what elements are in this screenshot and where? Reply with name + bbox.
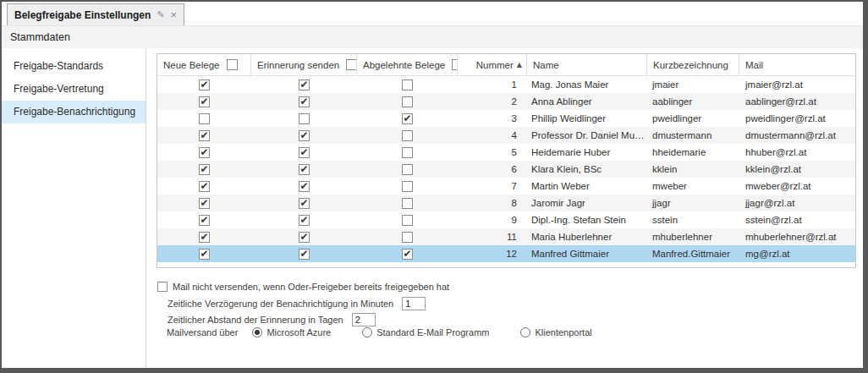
table-cell bbox=[251, 164, 357, 175]
erinnerung-senden-checkbox[interactable] bbox=[299, 215, 310, 226]
select-all-erinnerung-senden-checkbox[interactable] bbox=[346, 59, 357, 70]
sidebar-item-freigabe-standards[interactable]: Freigabe-Standards bbox=[2, 55, 146, 78]
neue-belege-checkbox[interactable] bbox=[199, 96, 210, 107]
table-row[interactable]: 3Phillip Weidlingerpweidlingerpweidlinge… bbox=[157, 110, 855, 127]
table-cell bbox=[157, 215, 251, 226]
column-header-neue-belege[interactable]: Neue Belege bbox=[157, 54, 251, 75]
erinnerung-senden-checkbox[interactable] bbox=[299, 113, 310, 124]
cell-name: Anna Ablinger bbox=[527, 96, 647, 107]
table-cell bbox=[251, 215, 357, 226]
erinnerung-senden-checkbox[interactable] bbox=[299, 181, 310, 192]
column-header-nummer[interactable]: Nummer ▲ bbox=[458, 54, 527, 75]
cell-kurzbezeichnung: sstein bbox=[647, 215, 739, 225]
column-header-mail[interactable]: Mail bbox=[739, 54, 855, 75]
cell-kurzbezeichnung: kklein bbox=[647, 164, 739, 174]
abgelehnte-belege-checkbox[interactable] bbox=[402, 147, 413, 158]
cell-nummer: 7 bbox=[458, 181, 527, 191]
table-row[interactable]: 2Anna Ablingeraablingeraablinger@rzl.at bbox=[157, 93, 855, 110]
neue-belege-checkbox[interactable] bbox=[199, 130, 210, 141]
mail-dispatch-option-microsoft-azure[interactable]: Microsoft Azure bbox=[252, 327, 345, 337]
table-row[interactable]: 4Professor Dr. Daniel Muste...dmusterman… bbox=[157, 127, 855, 144]
column-header-kurzbezeichnung[interactable]: Kurzbezeichnung bbox=[647, 54, 739, 75]
sidebar-item-freigabe-vertretung[interactable]: Freigabe-Vertretung bbox=[2, 78, 146, 101]
neue-belege-checkbox[interactable] bbox=[199, 147, 210, 158]
cell-name: Heidemarie Huber bbox=[527, 147, 647, 157]
table-row[interactable]: 12Manfred GittmaierManfred.Gittmaiermg@r… bbox=[157, 245, 855, 262]
erinnerung-senden-checkbox[interactable] bbox=[299, 232, 310, 243]
table-row[interactable]: 7Martin Webermwebermweber@rzl.at bbox=[157, 178, 855, 195]
cell-nummer: 2 bbox=[458, 96, 527, 107]
sidebar-item-freigabe-benachrichtigung[interactable]: Freigabe-Benachrichtigung bbox=[2, 101, 146, 123]
cell-nummer: 9 bbox=[458, 215, 527, 225]
cell-kurzbezeichnung: mweber bbox=[647, 181, 739, 191]
erinnerung-senden-checkbox[interactable] bbox=[299, 147, 310, 158]
neue-belege-checkbox[interactable] bbox=[199, 181, 210, 192]
sidebar-divider bbox=[146, 48, 146, 368]
erinnerung-senden-checkbox[interactable] bbox=[299, 164, 310, 175]
neue-belege-checkbox[interactable] bbox=[199, 232, 210, 243]
tab-close-icon[interactable]: × bbox=[171, 9, 178, 20]
select-all-abgelehnte-belege-checkbox[interactable] bbox=[452, 59, 458, 70]
cell-kurzbezeichnung: Manfred.Gittmaier bbox=[647, 249, 739, 259]
abgelehnte-belege-checkbox[interactable] bbox=[402, 130, 413, 141]
cell-mail: dmustermann@rzl.at bbox=[739, 130, 855, 140]
tab-belegfreigabe-einstellungen[interactable]: Belegfreigabe Einstellungen ✎ × bbox=[7, 3, 184, 25]
cell-kurzbezeichnung: dmustermann bbox=[647, 130, 739, 140]
neue-belege-checkbox[interactable] bbox=[199, 80, 210, 91]
erinnerung-senden-checkbox[interactable] bbox=[299, 96, 310, 107]
table-row[interactable]: 8Jaromir Jagrjjagrjjagr@rzl.at bbox=[157, 195, 855, 211]
neue-belege-checkbox[interactable] bbox=[199, 249, 210, 260]
table-row[interactable]: 6Klara Klein, BSckkleinkklein@rzl.at bbox=[157, 161, 855, 178]
radio-button[interactable] bbox=[252, 327, 262, 337]
table-cell bbox=[157, 249, 251, 260]
abgelehnte-belege-checkbox[interactable] bbox=[402, 198, 413, 209]
abgelehnte-belege-checkbox[interactable] bbox=[402, 80, 413, 91]
column-header-erinnerung-senden[interactable]: Erinnerung senden bbox=[251, 54, 357, 75]
table-row[interactable]: 11Maria Huberlehnermhuberlehnermhuberleh… bbox=[157, 228, 855, 245]
mail-dispatch-option-standard-e-mail-programm[interactable]: Standard E-Mail Programm bbox=[362, 327, 503, 337]
neue-belege-checkbox[interactable] bbox=[199, 113, 210, 124]
suppress-mail-label: Mail nicht versenden, wenn Oder-Freigebe… bbox=[173, 282, 449, 292]
abgelehnte-belege-checkbox[interactable] bbox=[402, 96, 413, 107]
column-header-name[interactable]: Name bbox=[527, 54, 647, 75]
select-all-neue-belege-checkbox[interactable] bbox=[227, 59, 238, 70]
radio-button[interactable] bbox=[520, 327, 530, 337]
erinnerung-senden-checkbox[interactable] bbox=[299, 249, 310, 260]
abgelehnte-belege-checkbox[interactable] bbox=[402, 249, 413, 260]
cell-nummer: 5 bbox=[458, 147, 527, 157]
erinnerung-senden-checkbox[interactable] bbox=[299, 130, 310, 141]
radio-button[interactable] bbox=[362, 327, 372, 337]
app-window: Belegfreigabe Einstellungen ✎ × Stammdat… bbox=[0, 0, 868, 373]
neue-belege-checkbox[interactable] bbox=[199, 215, 210, 226]
table-row[interactable]: 5Heidemarie Huberhheidemariehhuber@rzl.a… bbox=[157, 144, 855, 161]
abgelehnte-belege-checkbox[interactable] bbox=[402, 232, 413, 243]
neue-belege-checkbox[interactable] bbox=[199, 198, 210, 209]
abgelehnte-belege-checkbox[interactable] bbox=[402, 113, 413, 124]
radio-label: Standard E-Mail Programm bbox=[376, 327, 489, 337]
cell-kurzbezeichnung: jmaier bbox=[647, 80, 739, 90]
table-row[interactable]: 1Mag. Jonas Maierjmaierjmaier@rzl.at bbox=[157, 76, 855, 93]
sidebar: Freigabe-StandardsFreigabe-VertretungFre… bbox=[2, 48, 146, 368]
cell-name: Dipl.-Ing. Stefan Stein bbox=[527, 215, 647, 225]
table-cell bbox=[357, 215, 458, 226]
menu-item-stammdaten[interactable]: Stammdaten bbox=[10, 31, 70, 43]
cell-kurzbezeichnung: aablinger bbox=[647, 96, 739, 107]
abgelehnte-belege-checkbox[interactable] bbox=[402, 164, 413, 175]
cell-nummer: 4 bbox=[458, 130, 527, 140]
notification-delay-input[interactable] bbox=[402, 297, 426, 310]
suppress-mail-checkbox[interactable] bbox=[157, 282, 168, 292]
column-header-abgelehnte-belege[interactable]: Abgelehnte Belege bbox=[357, 54, 458, 75]
table-row[interactable]: 9Dipl.-Ing. Stefan Steinssteinsstein@rzl… bbox=[157, 211, 855, 228]
table-cell bbox=[357, 164, 458, 175]
abgelehnte-belege-checkbox[interactable] bbox=[402, 215, 413, 226]
table-cell bbox=[251, 198, 357, 209]
menu-bar: Stammdaten bbox=[2, 25, 863, 48]
radio-label: Microsoft Azure bbox=[266, 327, 331, 337]
mail-dispatch-option-klientenportal[interactable]: Klientenportal bbox=[520, 327, 606, 337]
table-cell bbox=[157, 130, 251, 141]
reminder-interval-input[interactable] bbox=[352, 313, 376, 326]
abgelehnte-belege-checkbox[interactable] bbox=[402, 181, 413, 192]
erinnerung-senden-checkbox[interactable] bbox=[299, 80, 310, 91]
neue-belege-checkbox[interactable] bbox=[199, 164, 210, 175]
erinnerung-senden-checkbox[interactable] bbox=[299, 198, 310, 209]
